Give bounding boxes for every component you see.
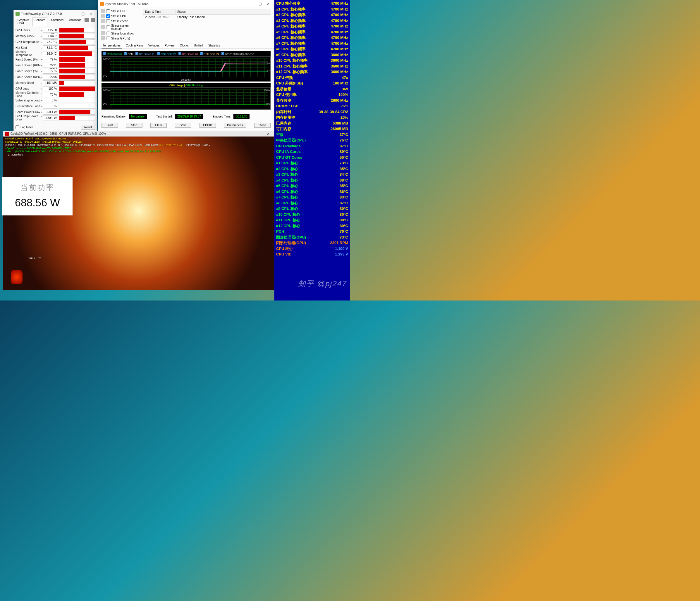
sensor-name[interactable]: Fan 1 Speed (RPM)▾ (16, 64, 43, 67)
aida-tab-temperatures[interactable]: Temperatures (101, 43, 122, 49)
sensor-bar (59, 75, 95, 79)
monitor-row: CPU VID1.193 V (276, 252, 348, 257)
sensor-name[interactable]: Fan 2 Speed (RPM)▾ (16, 75, 43, 79)
maximize-button[interactable]: ▢ (79, 11, 87, 17)
monitor-label: 可用内存 (276, 126, 291, 132)
legend-check[interactable] (178, 52, 181, 55)
monitor-row: #10 CPU 核心频率3600 MHz (276, 58, 348, 63)
reset-button[interactable]: Reset (81, 125, 95, 130)
sensor-value[interactable]: 1155.0 MHz (43, 28, 58, 33)
sensor-name[interactable]: Video Engine Load▾ (16, 99, 43, 102)
aida-tab-unified[interactable]: Unified (193, 43, 204, 49)
aida-tab-statistics[interactable]: Statistics (207, 43, 221, 49)
aida-tab-powers[interactable]: Powers (164, 43, 176, 49)
sensor-row: GPU Load▾ 100 % (16, 86, 95, 92)
close-button[interactable]: ✕ (87, 11, 95, 17)
opt-check[interactable] (106, 9, 110, 13)
sensor-value[interactable]: 100 % (43, 86, 58, 91)
sensor-value[interactable]: 92.0 °C (43, 51, 58, 56)
close-button[interactable]: ✕ (264, 131, 272, 137)
sensor-value[interactable]: 130.0 W (43, 115, 58, 121)
sensor-name[interactable]: Memory Temperature▾ (16, 50, 43, 57)
legend-check[interactable] (124, 52, 127, 55)
opt-label: Stress GPU(s) (111, 37, 130, 40)
sensor-bar (59, 34, 95, 38)
opt-check[interactable] (106, 32, 110, 35)
monitor-row: 图形处理器(GPU)2301 RPM (276, 240, 348, 246)
maximize-button[interactable]: ▢ (256, 1, 264, 7)
monitor-value: 4700 MHz (331, 18, 348, 24)
legend-check[interactable] (135, 52, 139, 55)
sensor-value[interactable]: 0 % (43, 104, 58, 109)
opt-check[interactable] (106, 14, 110, 18)
screenshot-icon[interactable] (84, 18, 89, 22)
sensor-value[interactable]: 350.1 W (43, 110, 58, 114)
legend-check[interactable] (103, 52, 106, 55)
close-button[interactable]: Close (254, 123, 271, 128)
sensor-name[interactable]: Fan 1 Speed (%)▾ (16, 58, 43, 61)
sensor-name[interactable]: GPU Chip Power Draw▾ (16, 114, 43, 121)
col-status: Status (176, 9, 271, 14)
tab-graphics-card[interactable]: Graphics Card (16, 17, 31, 26)
start-button[interactable]: Start (101, 123, 118, 128)
furmark-titlebar[interactable]: Geeks3D FurMark v1.30.0.0 - 155帧, GPU1 温… (3, 131, 274, 136)
legend-check[interactable] (221, 52, 224, 55)
sensor-value[interactable]: 2291 RPM (43, 63, 58, 68)
aida-titlebar[interactable]: System Stability Test - AIDA64 — ▢ ✕ (98, 0, 274, 7)
sensor-name[interactable]: GPU Temperature▾ (16, 40, 43, 44)
log-status: Stability Test: Started (176, 15, 271, 20)
sensor-value[interactable]: 72 % (43, 69, 58, 74)
sensor-name[interactable]: Board Power Draw▾ (16, 110, 43, 114)
sensor-name[interactable]: Memory Used▾ (16, 81, 43, 84)
sensor-name[interactable]: GPU Load▾ (16, 87, 43, 90)
gpuz-titlebar[interactable]: TechPowerUp GPU-Z 2.47.0 — ▢ ✕ (14, 10, 97, 17)
sensor-value[interactable]: 2295 RPM (43, 75, 58, 79)
tab-advanced[interactable]: Advanced (49, 17, 66, 26)
aida-tab-clocks[interactable]: Clocks (179, 43, 190, 49)
tab-validation[interactable]: Validation (67, 17, 83, 26)
sensor-name[interactable]: Bus Interface Load▾ (16, 105, 43, 108)
monitor-label: CPU 倍频 (276, 75, 293, 81)
sensor-value[interactable]: 70 % (43, 92, 58, 97)
gpuz-window: TechPowerUp GPU-Z 2.47.0 — ▢ ✕ Graphics … (14, 10, 97, 142)
sensor-name[interactable]: Hot Spot▾ (16, 46, 43, 49)
opt-label: Stress cache (111, 20, 128, 23)
minimize-button[interactable]: — (71, 11, 79, 17)
aida-tab-voltages[interactable]: Voltages (147, 43, 160, 49)
minimize-button[interactable]: — (248, 1, 256, 7)
sensor-value[interactable]: 0 % (43, 98, 58, 103)
menu-icon[interactable] (91, 18, 95, 22)
sensor-value[interactable]: 1187.7 MHz (43, 34, 58, 38)
sensor-row: Fan 1 Speed (RPM)▾ 2291 RPM (16, 62, 95, 68)
preferences-button[interactable]: Preferences (224, 123, 246, 128)
sensor-value[interactable]: 1151 MB (43, 80, 58, 85)
cpuid-button[interactable]: CPUID (200, 123, 216, 128)
clear-button[interactable]: Clear (150, 123, 167, 128)
save-button[interactable]: Save (175, 123, 191, 128)
sensor-bar (59, 45, 95, 50)
sensor-name[interactable]: GPU Clock▾ (16, 29, 43, 32)
minimize-button[interactable]: — (256, 131, 264, 137)
sensor-value[interactable]: 81.3 °C (43, 45, 58, 50)
close-button[interactable]: ✕ (264, 1, 272, 7)
monitor-label: #3 CPU 核心频率 (276, 18, 306, 24)
sensor-name[interactable]: Memory Clock▾ (16, 34, 43, 38)
monitor-value: 38-38-38-84 CR2 (319, 109, 348, 115)
sensor-value[interactable]: 72 % (43, 57, 58, 62)
sensor-name[interactable]: Fan 2 Speed (%)▾ (16, 70, 43, 73)
stop-button[interactable]: Stop (126, 123, 143, 128)
monitor-row: #5 CPU 核心频率4700 MHz (276, 29, 348, 35)
sensor-name[interactable]: Memory Controller Load▾ (16, 91, 43, 98)
monitor-label: #6 CPU 核心 (276, 189, 298, 195)
sensor-bar (59, 110, 95, 114)
tab-sensors[interactable]: Sensors (32, 17, 47, 26)
opt-check[interactable] (106, 36, 110, 40)
legend-check[interactable] (200, 52, 203, 55)
log-to-file-check[interactable] (16, 125, 19, 129)
monitor-row: 中央处理器(CPU)76°C (276, 137, 348, 143)
legend-check[interactable] (157, 52, 160, 55)
sensor-value[interactable]: 73.7 °C (43, 40, 58, 45)
opt-check[interactable] (106, 19, 110, 23)
aida-tab-cooling-fans[interactable]: Cooling Fans (125, 43, 144, 49)
opt-check[interactable] (106, 25, 110, 29)
